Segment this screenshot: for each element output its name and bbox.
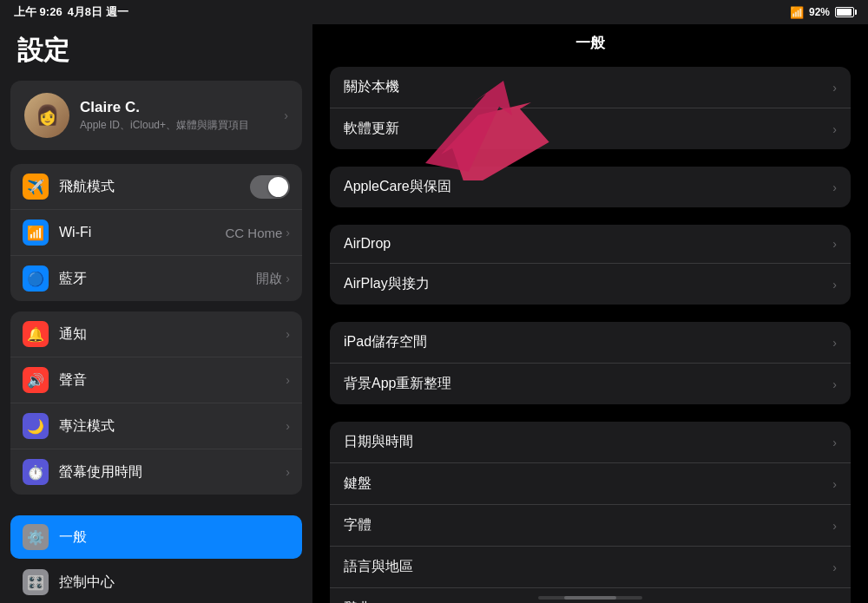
airdrop-label: AirDrop [344,236,832,252]
avatar: 👩 [24,93,69,138]
focus-chevron: › [286,419,290,433]
datetime-chevron: › [832,436,837,449]
datetime-label: 日期與時間 [344,433,832,451]
airplay-chevron: › [832,278,837,292]
background-app-row[interactable]: 背景App重新整理 › [330,363,851,404]
storage-chevron: › [832,336,837,350]
toggle-thumb [268,177,288,197]
airplay-label: AirPlay與接力 [344,275,832,293]
control-center-label: 控制中心 [59,574,115,592]
general-icon: ⚙️ [23,524,49,550]
focus-label: 專注模式 [59,417,286,436]
scrollbar-thumb [564,596,616,600]
keyboard-row[interactable]: 鍵盤 › [330,462,851,504]
notifications-row[interactable]: 🔔 通知 › [10,311,302,357]
sound-icon: 🔊 [23,367,49,393]
app-settings-group: 🔔 通知 › 🔊 聲音 › 🌙 專注模式 › ⏱️ 螢幕使用時間 › [10,311,302,495]
battery-icon [835,7,854,17]
notifications-chevron: › [286,327,290,341]
content-title: 一般 [575,35,605,51]
bluetooth-row[interactable]: 🔵 藍牙 開啟 › [10,255,302,301]
about-label: 關於本機 [344,78,832,96]
airplane-mode-toggle[interactable] [250,175,290,199]
sidebar-title: 設定 [0,24,312,81]
language-label: 語言與地區 [344,558,832,576]
screen-time-label: 螢幕使用時間 [59,463,286,482]
airplane-mode-row[interactable]: ✈️ 飛航模式 [10,164,302,209]
content-header: 一般 [312,24,868,60]
airplay-row[interactable]: AirPlay與接力 › [330,263,851,305]
battery-fill [837,9,852,16]
bluetooth-value: 開啟 [256,271,282,287]
applecare-row[interactable]: AppleCare與保固 › [330,167,851,207]
airdrop-row[interactable]: AirDrop › [330,225,851,263]
background-app-chevron: › [832,377,837,391]
bluetooth-label: 藍牙 [59,270,256,288]
wifi-chevron: › [286,226,290,239]
bluetooth-chevron: › [286,272,290,285]
wifi-value: CC Home [225,226,282,240]
applecare-chevron: › [832,180,837,194]
keyboard-label: 鍵盤 [344,475,832,493]
storage-group: iPad儲存空間 › 背景App重新整理 › [330,322,851,404]
font-row[interactable]: 字體 › [330,504,851,546]
software-update-label: 軟體更新 [344,120,832,138]
profile-subtitle: Apple ID、iCloud+、媒體與購買項目 [80,118,273,133]
profile-info: Claire C. Apple ID、iCloud+、媒體與購買項目 [80,99,273,133]
general-label: 一般 [59,528,87,547]
language-row[interactable]: 語言與地區 › [330,546,851,587]
content-area: 一般 關於本機 › 軟體更新 › AppleCare與保固 › [312,24,868,603]
content-scroll: 關於本機 › 軟體更新 › AppleCare與保固 › AirDrop [312,60,868,603]
airplane-mode-icon: ✈️ [23,174,49,200]
software-update-chevron: › [832,122,837,136]
status-bar-right: 📶 92% [790,6,854,19]
applecare-label: AppleCare與保固 [344,178,832,196]
screen-time-chevron: › [286,465,290,479]
battery-percent: 92% [809,6,830,18]
about-row[interactable]: 關於本機 › [330,67,851,108]
general-row-active[interactable]: ⚙️ 一般 [10,515,302,559]
sidebar: 設定 👩 Claire C. Apple ID、iCloud+、媒體與購買項目 … [0,24,312,603]
scrollbar-track [538,596,642,600]
quick-settings-group: ✈️ 飛航模式 📶 Wi-Fi CC Home › 🔵 藍牙 開啟 › [10,164,302,301]
notifications-label: 通知 [59,325,286,344]
screen-time-row[interactable]: ⏱️ 螢幕使用時間 › [10,449,302,495]
profile-chevron: › [284,108,288,122]
date-label: 4月8日 週一 [68,4,128,20]
notifications-icon: 🔔 [23,321,49,347]
font-label: 字體 [344,516,832,534]
dictionary-label: 辭典 [344,600,832,603]
airplane-mode-label: 飛航模式 [59,178,250,196]
sound-row[interactable]: 🔊 聲音 › [10,357,302,403]
font-chevron: › [832,519,837,533]
keyboard-chevron: › [832,477,837,491]
datetime-row[interactable]: 日期與時間 › [330,422,851,462]
dictionary-row[interactable]: 辭典 › [330,587,851,603]
screen-time-icon: ⏱️ [23,459,49,485]
control-center-icon: 🎛️ [23,569,49,595]
wifi-row[interactable]: 📶 Wi-Fi CC Home › [10,209,302,255]
software-update-row[interactable]: 軟體更新 › [330,108,851,149]
airdrop-chevron: › [832,237,837,251]
sound-label: 聲音 [59,371,286,390]
datetime-group: 日期與時間 › 鍵盤 › 字體 › 語言與地區 › 辭典 › [330,422,851,603]
time-label: 上午 9:26 [14,4,62,20]
focus-row[interactable]: 🌙 專注模式 › [10,403,302,449]
focus-icon: 🌙 [23,413,49,439]
storage-row[interactable]: iPad儲存空間 › [330,322,851,363]
profile-name: Claire C. [80,99,273,116]
wifi-icon-row: 📶 [23,220,49,246]
profile-card[interactable]: 👩 Claire C. Apple ID、iCloud+、媒體與購買項目 › [10,81,302,150]
storage-label: iPad儲存空間 [344,333,832,351]
about-group: 關於本機 › 軟體更新 › [330,67,851,149]
airdrop-group: AirDrop › AirPlay與接力 › [330,225,851,305]
sound-chevron: › [286,373,290,387]
bluetooth-icon: 🔵 [23,265,49,292]
status-bar: 上午 9:26 4月8日 週一 📶 92% [0,0,868,24]
applecare-group: AppleCare與保固 › [330,167,851,207]
background-app-label: 背景App重新整理 [344,375,832,393]
wifi-label: Wi-Fi [59,225,225,240]
control-center-row[interactable]: 🎛️ 控制中心 [10,560,302,603]
status-bar-left: 上午 9:26 4月8日 週一 [14,4,128,20]
about-chevron: › [832,81,837,95]
